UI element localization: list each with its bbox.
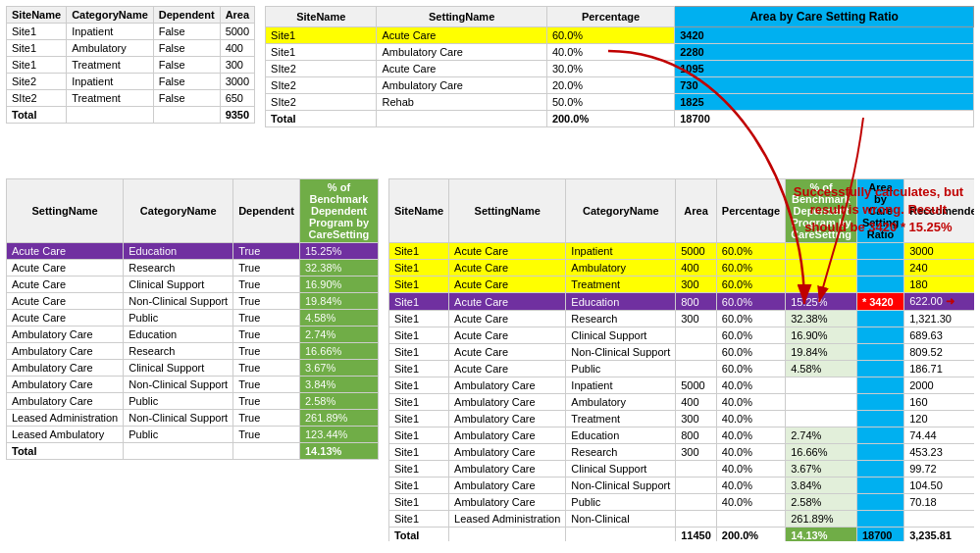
top-left-table: SiteName CategoryName Dependent Area Sit…: [6, 6, 255, 124]
col-sitename: SiteName: [7, 7, 67, 24]
table-row: Site1Ambulatory CareInpatient500040.0%20…: [388, 377, 974, 394]
total-row: Total11450200.0%14.13%187003,235.81: [388, 528, 974, 542]
table-row: Site1Acute CareInpatient500060.0%3000: [388, 243, 974, 260]
total-row: Total9350: [7, 107, 255, 124]
table-row: Site1Ambulatory Care40.0%2280: [266, 44, 974, 61]
table-row: Site1Acute CareResearch30060.0%32.38%1,3…: [388, 311, 974, 327]
table-row: SIte2Acute Care30.0%1095: [266, 61, 974, 77]
br-category: CategoryName: [566, 179, 676, 243]
tr-pct: Percentage: [546, 7, 674, 27]
bl-dep: Dependent: [233, 179, 300, 243]
br-site: SiteName: [388, 179, 448, 243]
table-row: Site1Ambulatory CareAmbulatory40040.0%16…: [388, 394, 974, 411]
table-row: Site1TreatmentFalse300: [7, 57, 255, 74]
table-row: Site1Acute Care60.0%3420: [266, 27, 974, 44]
top-right-panel: SiteName SettingName Percentage Area by …: [265, 6, 974, 173]
table-row: Site1Acute CareTreatment30060.0%180: [388, 276, 974, 293]
table-row: SIte2Ambulatory Care20.0%730: [266, 77, 974, 94]
tr-sitename: SiteName: [266, 7, 377, 27]
table-row: Acute CareClinical SupportTrue16.90%: [7, 276, 379, 293]
table-row: Ambulatory CareNon-Clinical SupportTrue3…: [7, 377, 379, 393]
total-row: Total200.0%18700: [266, 111, 974, 127]
main-container: SiteName CategoryName Dependent Area Sit…: [0, 0, 980, 553]
br-pct: Percentage: [716, 179, 785, 243]
table-row: Site1Ambulatory CareNon-Clinical Support…: [388, 478, 974, 494]
table-row: Leased AmbulatoryPublicTrue123.44%: [7, 427, 379, 443]
br-area: Area: [676, 179, 717, 243]
top-right-table: SiteName SettingName Percentage Area by …: [265, 6, 974, 127]
table-row: Site1InpatientFalse5000: [7, 24, 255, 40]
table-row: Acute CarePublicTrue4.58%: [7, 310, 379, 327]
table-row: Site1Ambulatory CareClinical Support40.0…: [388, 461, 974, 478]
table-row: Site1Acute CareAmbulatory40060.0%240: [388, 260, 974, 276]
annotation-box: Successfully calculates, but result is w…: [788, 183, 969, 237]
table-row: Site1Ambulatory CareTreatment30040.0%120: [388, 411, 974, 427]
bottom-left-table: SettingName CategoryName Dependent % of …: [6, 178, 379, 460]
bl-setting: SettingName: [7, 179, 124, 243]
table-row: Ambulatory CareEducationTrue2.74%: [7, 327, 379, 343]
tr-ratio: Area by Care Setting Ratio: [675, 7, 974, 27]
table-row: Leased AdministrationNon-Clinical Suppor…: [7, 410, 379, 427]
table-row: Site1Ambulatory CarePublic40.0%2.58%70.1…: [388, 494, 974, 511]
bottom-section: SettingName CategoryName Dependent % of …: [6, 178, 974, 547]
table-row: Acute CareEducationTrue15.25%: [7, 243, 379, 260]
table-row: Site1Acute CareEducation80060.0%15.25%* …: [388, 293, 974, 311]
table-row: SIte2Rehab50.0%1825: [266, 94, 974, 111]
table-row: Ambulatory CareClinical SupportTrue3.67%: [7, 360, 379, 377]
table-row: SIte2TreatmentFalse650: [7, 90, 255, 107]
table-row: Ambulatory CareResearchTrue16.66%: [7, 343, 379, 360]
table-row: Site1AmbulatoryFalse400: [7, 40, 255, 57]
bottom-left-panel[interactable]: SettingName CategoryName Dependent % of …: [6, 178, 379, 541]
total-row: Total14.13%: [7, 443, 379, 460]
col-area: Area: [220, 7, 254, 24]
br-setting: SettingName: [449, 179, 566, 243]
table-row: Site1Acute CareNon-Clinical Support60.0%…: [388, 344, 974, 361]
table-row: Site2InpatientFalse3000: [7, 74, 255, 90]
table-row: Ambulatory CarePublicTrue2.58%: [7, 393, 379, 410]
table-row: Acute CareNon-Clinical SupportTrue19.84%: [7, 293, 379, 310]
table-row: Site1Ambulatory CareResearch30040.0%16.6…: [388, 444, 974, 461]
col-category: CategoryName: [67, 7, 154, 24]
top-left-panel: SiteName CategoryName Dependent Area Sit…: [6, 6, 255, 173]
arrow-icon: ➜: [943, 295, 954, 307]
table-row: Site1Acute CareClinical Support60.0%16.9…: [388, 327, 974, 344]
col-dependent: Dependent: [153, 7, 220, 24]
table-row: Acute CareResearchTrue32.38%: [7, 260, 379, 276]
table-row: Site1Acute CarePublic60.0%4.58%186.71: [388, 361, 974, 377]
tr-settingname: SettingName: [377, 7, 546, 27]
top-section: SiteName CategoryName Dependent Area Sit…: [6, 6, 974, 173]
table-row: Site1Ambulatory CareEducation80040.0%2.7…: [388, 427, 974, 444]
table-row: Site1Leased AdministrationNon-Clinical26…: [388, 511, 974, 528]
bl-benchmark: % of Benchmark Dependent Program by Care…: [299, 179, 378, 243]
bl-category: CategoryName: [124, 179, 233, 243]
